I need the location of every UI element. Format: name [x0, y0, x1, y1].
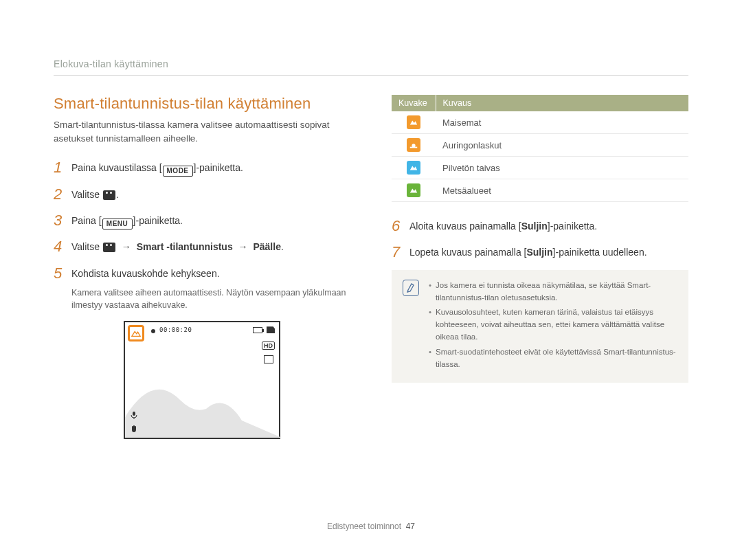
arrow-icon: →	[119, 241, 134, 252]
step-pre: Valitse	[71, 241, 102, 252]
mode-button-icon: MODE	[163, 166, 193, 177]
note-list: Jos kamera ei tunnista oikeaa näkymätila…	[429, 280, 677, 374]
scene-icon	[407, 183, 420, 197]
camera-screen-wrap: 00:00:20 HD	[54, 321, 350, 439]
step-3: 3 Paina [MENU]-painiketta.	[54, 212, 350, 229]
step-bold: Smart -tilantunnistus	[137, 241, 233, 252]
camera-screen: 00:00:20 HD	[124, 321, 280, 439]
scene-icon	[407, 161, 420, 175]
section-divider	[54, 75, 688, 76]
intro-paragraph: Smart-tilantunnistus-tilassa kamera vali…	[54, 118, 350, 145]
right-column: Kuvake Kuvaus MaisematAuringonlaskutPilv…	[392, 95, 688, 439]
step-1: 1 Paina kuvaustilassa [MODE]-painiketta.	[54, 159, 350, 177]
step-4: 4 Valitse → Smart -tilantunnistus → Pääl…	[54, 238, 350, 256]
svg-rect-3	[410, 147, 418, 148]
table-header-icon: Kuvake	[392, 95, 436, 111]
step-text: Valitse → Smart -tilantunnistus → Päälle…	[71, 238, 284, 254]
table-row: Maisemat	[392, 111, 688, 134]
breadcrumb: Elokuva-tilan käyttäminen	[54, 58, 688, 69]
step-post: ]-painiketta.	[194, 162, 243, 173]
screen-right-icons: HD	[262, 341, 275, 363]
page-number: 47	[406, 522, 415, 531]
note-item: Smart-suodatintehosteet eivät ole käytet…	[429, 346, 677, 371]
step-number: 4	[54, 238, 71, 256]
step-number: 7	[392, 243, 409, 261]
table-row: Metsäalueet	[392, 179, 688, 202]
status-icons	[253, 326, 275, 333]
menu-button-icon: MENU	[102, 219, 133, 229]
step-bold: Suljin	[521, 221, 548, 232]
step-text: Kohdista kuvauskohde kehykseen.	[71, 265, 220, 281]
mountains-illustration	[125, 369, 282, 438]
step-6: 6 Aloita kuvaus painamalla [Suljin]-pain…	[392, 217, 688, 235]
table-cell-desc: Maisemat	[436, 111, 688, 134]
scene-icon	[407, 115, 420, 129]
step-pre: Lopeta kuvaus painamalla [	[409, 247, 526, 258]
step-post: ]-painiketta.	[133, 215, 183, 226]
step-text: Lopeta kuvaus painamalla [Suljin]-painik…	[409, 243, 647, 260]
table-cell-desc: Pilvetön taivas	[436, 157, 688, 179]
step-text: Paina [MENU]-painiketta.	[71, 212, 183, 229]
table-row: Auringonlaskut	[392, 134, 688, 157]
page-footer: Edistyneet toiminnot 47	[0, 522, 742, 531]
step-post: .	[281, 241, 284, 252]
step-bold: Suljin	[526, 247, 552, 258]
step-post: ]-painiketta uudelleen.	[553, 247, 647, 258]
icon-description-table: Kuvake Kuvaus MaisematAuringonlaskutPilv…	[392, 95, 688, 202]
table-header-desc: Kuvaus	[436, 95, 688, 111]
step-text: Valitse .	[71, 186, 119, 202]
step-bold: Päälle	[253, 241, 280, 252]
step-5-sub: Kamera valitsee aiheen automaattisesti. …	[71, 287, 350, 311]
table-cell-icon	[392, 134, 436, 157]
steps-left: 1 Paina kuvaustilassa [MODE]-painiketta.…	[54, 159, 350, 282]
note-item: Jos kamera ei tunnista oikeaa näkymätila…	[429, 280, 677, 304]
table-cell-desc: Metsäalueet	[436, 179, 688, 202]
arrow-icon: →	[236, 241, 251, 252]
note-item: Kuvausolosuhteet, kuten kameran tärinä, …	[429, 306, 677, 343]
hand-stabilization-icon	[129, 424, 139, 434]
table-cell-icon	[392, 157, 436, 179]
svg-rect-0	[133, 412, 135, 416]
left-column: Smart-tilantunnistus-tilan käyttäminen S…	[54, 95, 350, 439]
storage-icon	[267, 326, 275, 333]
table-row: Pilvetön taivas	[392, 157, 688, 179]
steps-right: 6 Aloita kuvaus painamalla [Suljin]-pain…	[392, 217, 688, 262]
step-pre: Valitse	[71, 189, 102, 200]
scene-badge-icon	[128, 325, 144, 341]
footer-section: Edistyneet toiminnot	[327, 522, 401, 531]
step-pre: Paina kuvaustilassa [	[71, 162, 162, 173]
step-number: 5	[54, 265, 71, 282]
table-cell-desc: Auringonlaskut	[436, 134, 688, 157]
hd-icon: HD	[262, 341, 275, 350]
step-pre: Paina [	[71, 215, 102, 226]
table-cell-icon	[392, 111, 436, 134]
step-pre: Aloita kuvaus painamalla [	[409, 221, 521, 232]
step-number: 6	[392, 217, 409, 235]
section-title: Smart-tilantunnistus-tilan käyttäminen	[54, 95, 350, 113]
record-time: 00:00:20	[159, 326, 192, 333]
table-cell-icon	[392, 179, 436, 202]
step-5: 5 Kohdista kuvauskohde kehykseen.	[54, 265, 350, 282]
step-text: Aloita kuvaus painamalla [Suljin]-painik…	[409, 217, 597, 234]
step-number: 1	[54, 159, 71, 177]
video-mode-icon	[103, 190, 115, 200]
screen-left-icons	[129, 410, 139, 434]
step-post: .	[116, 189, 119, 200]
note-box: Jos kamera ei tunnista oikeaa näkymätila…	[392, 270, 688, 383]
step-number: 3	[54, 212, 71, 229]
microphone-icon	[129, 410, 139, 420]
step-7: 7 Lopeta kuvaus painamalla [Suljin]-pain…	[392, 243, 688, 261]
resolution-icon	[264, 355, 273, 363]
step-number: 2	[54, 186, 71, 203]
video-mode-icon	[103, 243, 115, 252]
step-2: 2 Valitse .	[54, 186, 350, 203]
step-post: ]-painiketta.	[548, 221, 597, 232]
step-text: Paina kuvaustilassa [MODE]-painiketta.	[71, 159, 243, 177]
note-icon	[403, 280, 419, 296]
battery-icon	[253, 327, 262, 333]
scene-icon	[407, 138, 420, 152]
record-dot-icon	[151, 329, 155, 333]
